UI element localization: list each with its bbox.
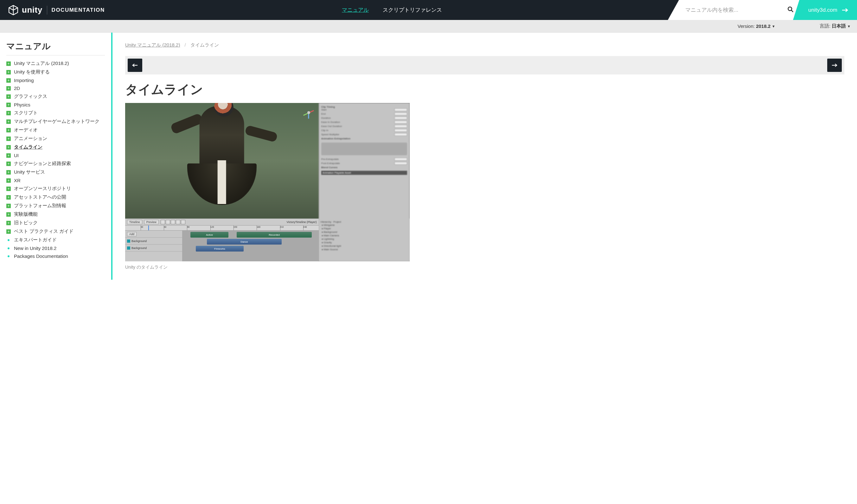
language-label: 言語: xyxy=(820,23,830,29)
sidebar-item-label: ベスト プラクティス ガイド xyxy=(14,229,73,234)
language-value: 日本語 xyxy=(831,23,846,29)
skip-start-icon xyxy=(161,220,165,224)
sidebar-item-label: プラットフォーム別情報 xyxy=(14,203,66,209)
sidebar-item[interactable]: +グラフィックス xyxy=(6,92,105,101)
sidebar-item-label: グラフィックス xyxy=(14,94,47,99)
sidebar-item[interactable]: +マルチプレイヤーゲームとネットワーク xyxy=(6,117,105,126)
sidebar-item[interactable]: +アセットストアへの公開 xyxy=(6,193,105,201)
tab-manual[interactable]: マニュアル xyxy=(335,0,376,20)
expand-icon: + xyxy=(6,136,11,141)
sidebar-item-label: マルチプレイヤーゲームとネットワーク xyxy=(14,118,100,124)
header-tabs: マニュアル スクリプトリファレンス xyxy=(105,0,679,20)
sidebar-item[interactable]: +プラットフォーム別情報 xyxy=(6,201,105,210)
timeline-tick-label: 60 xyxy=(164,226,166,228)
sidebar-item-label: アニメーション xyxy=(14,136,47,141)
sidebar-item[interactable]: +旧トピック xyxy=(6,219,105,227)
sidebar-item[interactable]: New in Unity 2018.2 xyxy=(6,244,105,252)
figure: Clip Timing Start End Duration Ease In D… xyxy=(125,103,410,270)
unity3d-external-link[interactable]: unity3d.com xyxy=(799,0,857,20)
timeline-transport xyxy=(161,220,185,224)
caret-down-icon: ▼ xyxy=(772,24,775,28)
search-input[interactable] xyxy=(679,0,799,20)
sidebar-item[interactable]: Packages Documentation xyxy=(6,252,105,260)
sidebar-item[interactable]: +スクリプト xyxy=(6,109,105,117)
timeline-preview: Preview xyxy=(144,220,159,224)
sidebar-item-label: 実験版機能 xyxy=(14,211,38,217)
figure-image: Clip Timing Start End Duration Ease In D… xyxy=(125,103,410,261)
sidebar-item-label: スクリプト xyxy=(14,110,38,116)
version-selector[interactable]: Version: 2018.2 ▼ xyxy=(738,23,775,29)
expand-icon: + xyxy=(6,86,11,90)
sidebar-item[interactable]: +Unity サービス xyxy=(6,168,105,177)
sidebar-item[interactable]: +UI xyxy=(6,151,105,159)
timeline-clip-dance: Dance xyxy=(207,239,282,245)
sidebar-item[interactable]: +タイムライン xyxy=(6,143,105,151)
top-header: unity DOCUMENTATION マニュアル スクリプトリファレンス un… xyxy=(0,0,857,20)
timeline-tick-label: 120 xyxy=(211,226,214,228)
breadcrumb-root[interactable]: Unity マニュアル (2018.2) xyxy=(125,42,180,48)
orientation-gizmo-icon xyxy=(302,105,316,119)
next-frame-icon xyxy=(176,220,180,224)
sidebar-item[interactable]: +アニメーション xyxy=(6,134,105,143)
bullet-icon xyxy=(6,238,11,242)
sidebar-item-label: ナビゲーションと経路探索 xyxy=(14,161,71,167)
main-layout: マニュアル +Unity マニュアル (2018.2)+Unity を使用する+… xyxy=(0,33,857,280)
breadcrumb-separator: / xyxy=(185,42,186,48)
expand-icon: + xyxy=(6,111,11,115)
sidebar-item-label: アセットストアへの公開 xyxy=(14,194,66,200)
inspector-extrap: Animation Extrapolation xyxy=(321,137,350,140)
expand-icon: + xyxy=(6,178,11,183)
next-page-button[interactable] xyxy=(827,58,842,72)
sidebar-item[interactable]: +ベスト プラクティス ガイド xyxy=(6,227,105,236)
timeline-clip-fire: Fireworks xyxy=(196,246,243,252)
sidebar-item[interactable]: +Unity マニュアル (2018.2) xyxy=(6,59,105,68)
version-value: 2018.2 xyxy=(756,23,771,29)
expand-icon: + xyxy=(6,95,11,99)
timeline-asset: VictoryTimeline (Player) xyxy=(287,220,317,224)
header-brand[interactable]: unity DOCUMENTATION xyxy=(0,0,105,20)
sidebar-item[interactable]: +2D xyxy=(6,84,105,92)
unity-logo: unity xyxy=(8,5,43,16)
timeline-track2: Background xyxy=(132,247,147,250)
sidebar-item[interactable]: エキスパートガイド xyxy=(6,236,105,244)
tab-script-reference[interactable]: スクリプトリファレンス xyxy=(376,0,449,20)
sidebar-item-label: Unity マニュアル (2018.2) xyxy=(14,61,69,67)
sidebar-item[interactable]: +オープンソースリポジトリ xyxy=(6,184,105,193)
timeline-tab: Timeline xyxy=(127,220,142,224)
expand-icon: + xyxy=(6,103,11,107)
sidebar-item[interactable]: +Unity を使用する xyxy=(6,68,105,76)
language-selector[interactable]: 言語: 日本語 ▼ xyxy=(820,23,851,29)
expand-icon: + xyxy=(6,170,11,174)
bullet-icon xyxy=(6,246,11,251)
timeline-add: Add xyxy=(127,232,137,236)
sidebar-item-label: 2D xyxy=(14,86,20,91)
editor-timeline-panel: Timeline Preview VictoryTimeline (Player… xyxy=(125,219,319,261)
hierarchy-item: ▸ Minigame xyxy=(321,223,408,227)
sidebar-item[interactable]: +XR xyxy=(6,177,105,184)
sidebar-item[interactable]: +Physics xyxy=(6,101,105,109)
hierarchy-item: ▸ Directional light xyxy=(321,244,408,248)
timeline-tick-label: 150 xyxy=(234,226,237,228)
sidebar-item[interactable]: +実験版機能 xyxy=(6,210,105,219)
caret-down-icon: ▼ xyxy=(847,24,851,28)
sidebar-item[interactable]: +ナビゲーションと経路探索 xyxy=(6,159,105,168)
expand-icon: + xyxy=(6,153,11,158)
expand-icon: + xyxy=(6,229,11,234)
sidebar-item-label: オーディオ xyxy=(14,127,38,133)
sidebar-item-label: Unity を使用する xyxy=(14,69,50,75)
figure-caption: Unity のタイムライン xyxy=(125,265,410,270)
sidebar-item-label: Unity サービス xyxy=(14,169,45,175)
sidebar-item[interactable]: +オーディオ xyxy=(6,126,105,134)
search-icon[interactable] xyxy=(787,6,794,14)
prev-page-button[interactable] xyxy=(128,58,142,72)
header-divider xyxy=(47,6,47,15)
svg-point-0 xyxy=(788,7,792,11)
sidebar-item[interactable]: +Importing xyxy=(6,76,105,84)
timeline-clip-active: Active xyxy=(190,232,229,238)
timeline-tick-label: 90 xyxy=(187,226,189,228)
sidebar-item-label: Packages Documentation xyxy=(14,253,68,259)
content: Unity マニュアル (2018.2) / タイムライン タイムライン xyxy=(113,33,857,280)
arrow-right-icon xyxy=(842,8,848,12)
hierarchy-item: ▸ Lightning xyxy=(321,237,408,241)
external-link-label: unity3d.com xyxy=(808,7,837,13)
